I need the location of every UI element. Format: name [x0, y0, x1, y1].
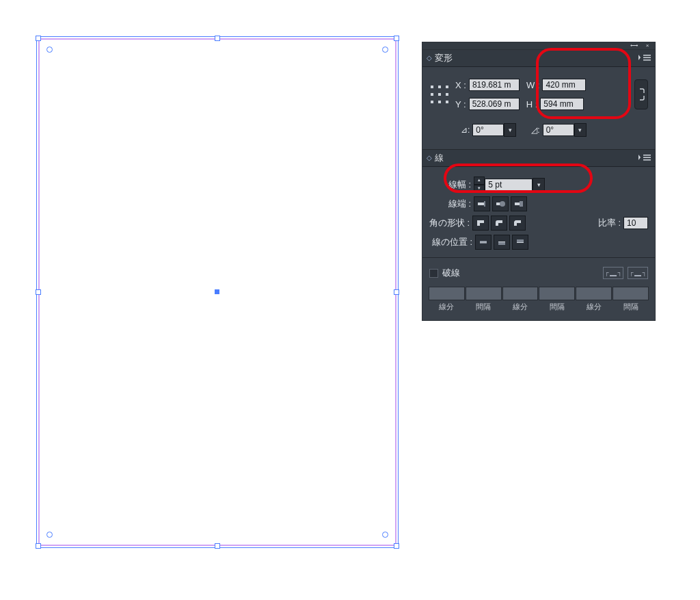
shear-dropdown[interactable]	[574, 123, 587, 137]
svg-rect-2	[643, 60, 651, 61]
cap-round-icon[interactable]	[492, 196, 509, 211]
dash-caption: 間隔	[476, 302, 491, 312]
align-stroke-inside-icon[interactable]	[494, 235, 510, 250]
h-input[interactable]	[540, 98, 584, 110]
dash-caption: 間隔	[550, 302, 565, 312]
stroke-weight-input[interactable]	[485, 179, 533, 191]
cap-projecting-icon[interactable]	[511, 196, 527, 211]
dash-input-2[interactable]	[502, 287, 539, 300]
svg-rect-5	[446, 86, 448, 88]
panels-container: ⟷ × ◇ 変形	[422, 42, 655, 320]
panel-toggle-icon: ◇	[427, 50, 433, 66]
join-round-icon[interactable]	[491, 216, 507, 231]
join-bevel-icon[interactable]	[509, 216, 526, 231]
y-input[interactable]	[469, 98, 520, 110]
svg-rect-15	[478, 203, 484, 205]
svg-rect-25	[517, 239, 524, 242]
stroke-panel-title: 線	[435, 150, 444, 166]
constrain-proportions-icon[interactable]	[634, 79, 648, 109]
panel-collapse-icon[interactable]: ⟷	[630, 43, 637, 48]
shear-input[interactable]	[543, 124, 574, 136]
corner-radius-handle-tl[interactable]	[46, 47, 53, 53]
dash-caption: 線分	[439, 302, 454, 312]
dash-input-1[interactable]	[429, 287, 465, 300]
selection-handle-mr[interactable]	[394, 289, 399, 295]
selection-handle-ml[interactable]	[36, 289, 41, 295]
gap-input-3[interactable]	[612, 287, 649, 300]
stroke-panel-body: 線幅 : ▴ ▾ 線端 : 角の形状 :	[422, 167, 655, 320]
dashed-label: 破線	[442, 267, 460, 279]
selection-center-point[interactable]	[215, 289, 219, 294]
panel-toggle-icon: ◇	[427, 150, 433, 166]
dash-caption: 線分	[513, 302, 528, 312]
dashed-checkbox[interactable]	[429, 269, 438, 278]
svg-point-18	[500, 201, 505, 207]
stroke-panel-header[interactable]: ◇ 線	[422, 150, 655, 167]
align-stroke-center-icon[interactable]	[475, 235, 492, 250]
svg-rect-3	[431, 86, 433, 88]
transform-panel-body: X : W : Y : H :	[422, 67, 655, 149]
rotate-icon: ⊿:	[461, 125, 470, 135]
svg-rect-4	[438, 86, 441, 88]
svg-rect-24	[498, 242, 505, 242]
selection-handle-bm[interactable]	[215, 543, 220, 549]
align-stroke-label: 線の位置 :	[432, 236, 472, 248]
dash-align-corners-icon[interactable]: ┌┐	[628, 267, 648, 279]
svg-rect-16	[484, 201, 485, 207]
svg-rect-26	[517, 242, 524, 243]
miter-limit-input[interactable]	[623, 217, 648, 229]
shear-icon: ◿:	[531, 125, 539, 135]
selection-handle-bl[interactable]	[36, 543, 41, 549]
svg-rect-10	[438, 101, 441, 103]
rotate-dropdown[interactable]	[504, 123, 516, 137]
svg-rect-7	[438, 93, 441, 96]
svg-rect-20	[520, 201, 523, 207]
svg-rect-8	[446, 93, 448, 96]
svg-rect-6	[431, 93, 433, 96]
reference-point-grid[interactable]	[429, 84, 450, 105]
miter-limit-label: 比率 :	[598, 217, 621, 229]
corner-radius-handle-br[interactable]	[382, 532, 388, 538]
svg-rect-13	[643, 157, 651, 159]
join-miter-icon[interactable]	[472, 216, 489, 231]
stroke-weight-stepper[interactable]: ▴ ▾	[474, 177, 485, 193]
stroke-weight-dropdown[interactable]	[533, 178, 545, 192]
svg-rect-22	[480, 242, 487, 243]
dash-input-3[interactable]	[576, 287, 612, 300]
stroke-divider	[422, 257, 655, 258]
panel-close-icon[interactable]: ×	[644, 43, 651, 48]
svg-rect-14	[643, 159, 651, 161]
svg-rect-0	[643, 55, 651, 56]
stroke-weight-label: 線幅 :	[448, 179, 471, 191]
transform-panel-title: 変形	[435, 50, 453, 66]
panel-menu-button[interactable]	[637, 153, 652, 162]
x-input[interactable]	[469, 79, 520, 91]
gap-input-1[interactable]	[466, 287, 502, 300]
w-label: W :	[526, 80, 540, 90]
transform-panel-header[interactable]: ◇ 変形	[422, 50, 655, 67]
cap-butt-icon[interactable]	[474, 196, 490, 211]
panel-titlebar: ⟷ ×	[422, 42, 655, 50]
stepper-down-icon[interactable]: ▾	[474, 185, 485, 193]
gap-input-2[interactable]	[539, 287, 575, 300]
dash-caption: 間隔	[623, 302, 638, 312]
w-input[interactable]	[542, 79, 586, 91]
dash-pattern-inputs: 線分 間隔 線分 間隔 線分 間隔	[429, 287, 648, 312]
cap-label: 線端 :	[448, 198, 471, 210]
panel-menu-button[interactable]	[637, 53, 652, 62]
selection-handle-tm[interactable]	[215, 36, 220, 41]
dash-preserve-exact-icon[interactable]: ┌┐	[603, 267, 623, 279]
corner-radius-handle-bl[interactable]	[46, 532, 53, 538]
y-label: Y :	[455, 99, 466, 109]
canvas-area[interactable]	[38, 38, 396, 546]
align-stroke-outside-icon[interactable]	[512, 235, 528, 250]
corner-label: 角の形状 :	[429, 217, 470, 229]
stepper-up-icon[interactable]: ▴	[474, 177, 485, 185]
rotate-input[interactable]	[472, 124, 504, 136]
selection-handle-tl[interactable]	[36, 36, 41, 41]
corner-radius-handle-tr[interactable]	[382, 47, 388, 53]
x-label: X :	[455, 80, 466, 90]
selection-handle-tr[interactable]	[394, 36, 399, 41]
svg-rect-12	[643, 155, 651, 156]
selection-handle-br[interactable]	[394, 543, 399, 549]
